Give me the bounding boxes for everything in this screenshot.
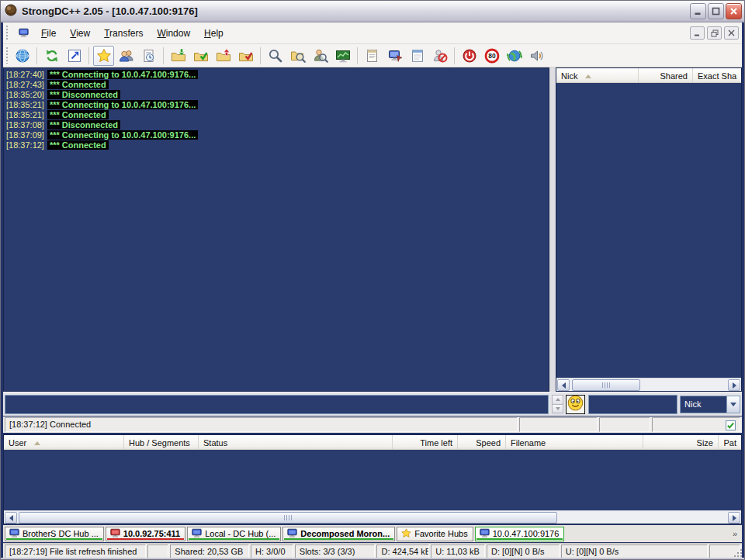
menu-item-transfers[interactable]: Transfers <box>97 23 150 43</box>
scroll-left-button[interactable] <box>557 379 570 391</box>
filter-column-combo[interactable]: Nick <box>680 396 740 413</box>
ignored-users-button[interactable] <box>429 46 450 66</box>
column-header-exact-sha[interactable]: Exact Sha <box>693 68 741 82</box>
column-header-user[interactable]: User <box>4 435 124 449</box>
minimize-button[interactable] <box>690 3 706 19</box>
network-statistics-button[interactable] <box>332 46 353 66</box>
chat-message-text: *** Connected <box>47 80 109 89</box>
column-header-status[interactable]: Status <box>199 435 393 449</box>
menu-item-file[interactable]: File <box>34 23 63 43</box>
waiting-users-button[interactable] <box>213 46 234 66</box>
emoticon-button[interactable] <box>566 395 585 414</box>
search-button[interactable] <box>265 46 286 66</box>
tab-10-0-47-100-9176[interactable]: 10.0.47.100:9176 <box>475 527 565 541</box>
tab-label: Favorite Hubs <box>414 529 467 538</box>
transfers-hscrollbar[interactable] <box>4 510 741 524</box>
column-header-shared[interactable]: Shared <box>639 68 693 82</box>
chat-userlist-splitter[interactable] <box>549 67 556 392</box>
tab-brothers-dc-hub-[interactable]: BrotherS DC Hub ... <box>5 527 104 541</box>
chat-timestamp: [18:27:43] <box>5 80 44 89</box>
scroll-thumb[interactable] <box>572 379 640 391</box>
search-spy-button[interactable] <box>310 46 331 66</box>
follow-redirect-button[interactable] <box>64 46 85 66</box>
scroll-right-button[interactable] <box>728 512 740 524</box>
download-queue-button[interactable] <box>168 46 189 66</box>
mdi-minimize-button[interactable] <box>690 26 705 40</box>
column-header-pat[interactable]: Pat <box>719 435 741 449</box>
scroll-left-button[interactable] <box>5 512 17 524</box>
away-icon <box>507 48 522 64</box>
tab-label: Decomposed Moron... <box>300 529 390 538</box>
column-header-hub-segments[interactable]: Hub / Segments <box>124 435 199 449</box>
chat-timestamp: [18:35:21] <box>5 100 44 109</box>
favorite-hubs-button[interactable] <box>93 46 114 66</box>
input-spinner <box>552 395 563 413</box>
column-header-filename[interactable]: Filename <box>506 435 643 449</box>
recent-hubs-icon <box>141 48 157 64</box>
speed-limiter-button[interactable]: 80 <box>481 46 502 66</box>
toolbar-grip-handle[interactable] <box>5 47 9 64</box>
public-hubs-button[interactable] <box>12 46 33 66</box>
chat-timestamp: [18:37:09] <box>5 130 44 140</box>
menu-item-window[interactable]: Window <box>150 23 197 43</box>
column-header-label: Shared <box>660 71 688 81</box>
scroll-thumb[interactable] <box>19 512 557 524</box>
hub-window-icon[interactable] <box>16 28 31 38</box>
adl-search-button[interactable] <box>287 46 308 66</box>
column-header-label: Size <box>697 438 713 448</box>
sounds-button[interactable] <box>526 46 547 66</box>
chat-log[interactable]: [18:27:40]*** Connecting to 10.0.47.100:… <box>3 67 549 392</box>
column-header-time-left[interactable]: Time left <box>393 435 458 449</box>
menu-item-view[interactable]: View <box>63 23 97 43</box>
speed-limiter-icon: 80 <box>484 48 500 64</box>
search-spy-icon <box>313 48 328 64</box>
open-own-list-button[interactable] <box>384 46 405 66</box>
finished-downloads-button[interactable] <box>190 46 211 66</box>
mdi-close-button[interactable] <box>724 26 739 40</box>
tab-local-dc-hub-[interactable]: Local - DC Hub (... <box>187 527 281 541</box>
menu-item-help[interactable]: Help <box>197 23 230 43</box>
column-header-size[interactable]: Size <box>643 435 719 449</box>
column-header-nick[interactable]: Nick <box>556 68 639 82</box>
hub-red-icon <box>110 528 120 538</box>
app-icon[interactable] <box>5 4 17 19</box>
transfers-body[interactable] <box>4 450 741 510</box>
show-users-checkbox[interactable] <box>726 420 736 430</box>
combo-dropdown-button[interactable] <box>726 396 740 413</box>
chat-line: [18:37:12]*** Connected <box>5 140 548 150</box>
tab-status-underline <box>189 538 279 540</box>
spinner-down-button[interactable] <box>552 405 563 414</box>
chat-message-text: *** Connected <box>47 140 109 150</box>
notepad-button[interactable] <box>407 46 428 66</box>
favorite-hubs-icon <box>96 48 112 64</box>
tab-decomposed-moron-[interactable]: Decomposed Moron... <box>282 527 395 541</box>
close-button[interactable] <box>726 3 742 19</box>
transfers-window: UserHub / SegmentsStatusTime leftSpeedFi… <box>3 434 742 524</box>
favorite-users-button[interactable] <box>116 46 137 66</box>
shutdown-button[interactable] <box>459 46 480 66</box>
recent-hubs-button[interactable] <box>138 46 159 66</box>
chat-message-input[interactable] <box>5 395 549 414</box>
tab-10-0-92-75-411[interactable]: 10.0.92.75:411 <box>106 527 185 541</box>
column-header-speed[interactable]: Speed <box>458 435 506 449</box>
tab-favorite-hubs[interactable]: Favorite Hubs <box>397 527 473 541</box>
menubar-grip-handle[interactable] <box>5 26 9 40</box>
maximize-button[interactable] <box>708 3 724 19</box>
finished-downloads-icon <box>193 48 209 64</box>
chat-message-text: *** Disconnected <box>47 90 120 99</box>
away-button[interactable] <box>504 46 525 66</box>
tab-overflow-chevron-icon[interactable]: » <box>733 527 740 538</box>
userlist-filter-input[interactable] <box>588 395 677 414</box>
window-border[interactable] <box>1 558 744 559</box>
userlist-body[interactable] <box>556 83 741 378</box>
status-pane: D: 424,54 kB <box>376 544 429 558</box>
userlist-hscrollbar[interactable] <box>556 378 741 391</box>
mdi-restore-button[interactable] <box>707 26 722 40</box>
reconnect-button[interactable] <box>41 46 62 66</box>
open-file-list-button[interactable] <box>362 46 383 66</box>
tab-status-underline <box>107 538 184 540</box>
public-hubs-icon <box>15 48 30 64</box>
scroll-right-button[interactable] <box>728 379 740 391</box>
finished-uploads-button[interactable] <box>235 46 256 66</box>
spinner-up-button[interactable] <box>552 395 563 405</box>
